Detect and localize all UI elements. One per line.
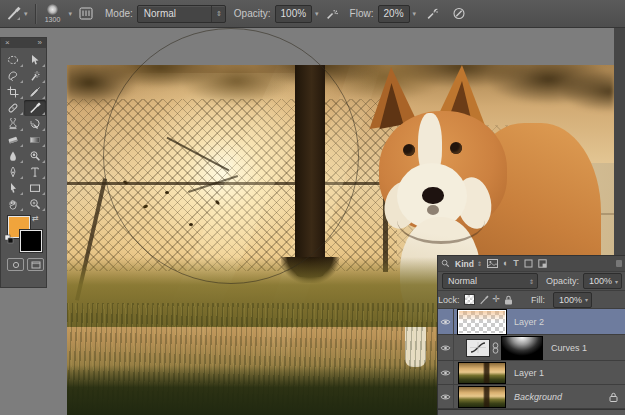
layers-opacity-label: Opacity: [546,276,579,286]
layer-row-layer2[interactable]: Layer 2 [438,309,625,335]
layer-row-background[interactable]: Background [438,385,625,409]
path-selection-tool-icon[interactable] [2,180,24,196]
curves1-name[interactable]: Curves 1 [551,343,587,353]
photoshop-window: ▾ 1300 ▾ Mode: Normal ⇕ Opacity: 100% ▾ … [0,0,625,415]
spot-healing-brush-tool-icon[interactable] [2,100,24,116]
tools-close-icon[interactable]: × [5,38,10,48]
curves-mask-thumbnail[interactable] [501,336,543,360]
dodge-tool-icon[interactable] [24,148,46,164]
flow-label: Flow: [350,8,374,19]
elliptical-marquee-tool-icon[interactable] [2,52,24,68]
lock-row: Lock: ✛ Fill: 100% ▾ [438,291,625,309]
brush-pressure-size-icon[interactable] [452,7,466,20]
filter-type-layers-icon[interactable]: T [513,259,519,268]
tools-panel-header: × » [1,38,46,48]
eraser-tool-icon[interactable] [2,132,24,148]
airbrush-opacity-pressure-icon[interactable] [325,7,339,20]
default-colors-icon[interactable] [4,234,14,244]
airbrush-toggle-icon[interactable] [425,7,440,20]
kind-label: Kind [455,259,474,269]
flow-arrow-icon[interactable]: ▾ [410,10,420,18]
tools-collapse-icon[interactable]: » [38,38,42,48]
rectangle-tool-icon[interactable] [24,180,46,196]
background-color-swatch[interactable] [20,230,42,252]
background-name[interactable]: Background [514,392,562,402]
layers-opacity-field[interactable]: 100% ▾ [583,273,622,289]
tools-panel: × » ⇄ [0,37,47,288]
blend-mode-value: Normal [448,276,529,286]
corgi-right-eye [450,142,462,154]
gradient-tool-icon[interactable] [24,132,46,148]
swap-colors-icon[interactable]: ⇄ [32,214,39,223]
layer-row-layer1[interactable]: Layer 1 [438,361,625,385]
brush-preset-picker[interactable]: 1300 [40,4,66,23]
mode-label: Mode: [105,8,133,19]
current-tool-brush-icon[interactable] [6,6,21,21]
toggle-brush-panel-icon[interactable] [79,7,93,20]
curves-adjustment-icon[interactable] [466,339,490,357]
tool-preset-arrow-icon[interactable]: ▾ [21,10,31,18]
kind-dropdown[interactable]: Kind ⇕ [455,259,482,269]
eyedropper-tool-icon[interactable] [24,84,46,100]
layers-opacity-arrow-icon: ▾ [615,278,618,285]
fill-field[interactable]: 100% ▾ [553,292,592,308]
layer2-name[interactable]: Layer 2 [514,317,544,327]
flow-field[interactable]: 20% [378,5,410,23]
mode-select-arrow-icon: ⇕ [211,6,222,22]
filter-smart-objects-icon[interactable] [538,259,547,268]
layer-row-curves1[interactable]: Curves 1 [438,335,625,361]
layer1-thumbnail[interactable] [458,362,506,384]
background-lock-icon [609,392,618,402]
fill-value: 100% [559,295,582,305]
type-tool-icon[interactable] [24,164,46,180]
magic-wand-tool-icon[interactable] [24,68,46,84]
layers-filter-bar: Kind ⇕ ◐ T [438,256,625,272]
lasso-tool-icon[interactable] [2,68,24,84]
crop-tool-icon[interactable] [2,84,24,100]
visibility-eye-icon[interactable] [438,361,454,384]
opacity-arrow-icon[interactable]: ▾ [312,10,322,18]
visibility-eye-icon[interactable] [438,335,454,360]
fill-arrow-icon: ▾ [585,296,588,303]
layers-opacity-value: 100% [589,276,612,286]
filter-pixel-layers-icon[interactable] [487,259,498,268]
visibility-eye-icon[interactable] [438,309,454,334]
filter-search-icon [441,259,450,268]
flow-value: 20% [384,8,404,19]
filter-adjustment-layers-icon[interactable]: ◐ [503,259,508,268]
divider [35,4,36,24]
brush-preset-arrow-icon[interactable]: ▾ [66,10,76,18]
move-tool-icon[interactable] [24,52,46,68]
blend-mode-arrow-icon: ⇕ [529,278,534,285]
history-brush-tool-icon[interactable] [24,116,46,132]
fill-label: Fill: [531,295,545,305]
pen-tool-icon[interactable] [2,164,24,180]
blend-mode-row: Normal ⇕ Opacity: 100% ▾ [438,272,625,291]
clone-stamp-tool-icon[interactable] [2,116,24,132]
lock-position-icon[interactable]: ✛ [493,295,501,304]
mode-select[interactable]: Normal ⇕ [137,5,226,23]
zoom-tool-icon[interactable] [24,196,46,212]
lock-label: Lock: [438,295,460,305]
layer2-thumbnail[interactable] [458,310,506,334]
hand-tool-icon[interactable] [2,196,24,212]
corgi-collar-shadow [397,197,485,244]
filter-toggle-icon[interactable] [615,259,623,268]
brush-tool-icon[interactable] [24,100,46,116]
corgi-left-eye [403,144,415,156]
tool-grid [1,52,46,212]
screen-mode-button[interactable] [27,258,44,271]
lock-pixels-icon[interactable] [479,295,489,305]
lock-all-icon[interactable] [504,295,513,305]
filter-shape-layers-icon[interactable] [524,259,533,268]
background-thumbnail[interactable] [458,386,506,408]
visibility-eye-icon[interactable] [438,385,454,408]
opacity-label: Opacity: [234,8,271,19]
layer1-name[interactable]: Layer 1 [514,368,544,378]
opacity-field[interactable]: 100% [275,5,313,23]
lock-transparent-icon[interactable] [464,294,475,305]
blur-tool-icon[interactable] [2,148,24,164]
blend-mode-select[interactable]: Normal ⇕ [442,273,538,289]
layer-mask-link-icon[interactable] [492,342,499,354]
quick-mask-button[interactable] [7,258,24,271]
